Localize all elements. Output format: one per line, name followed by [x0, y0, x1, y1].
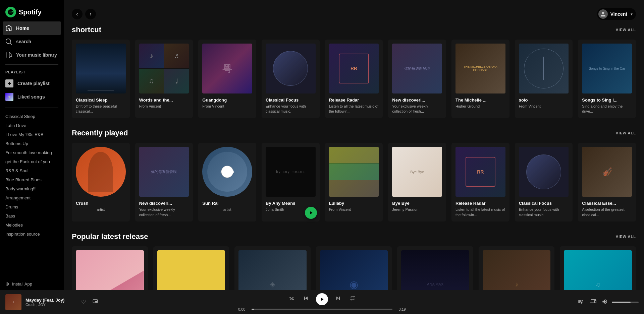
forward-button[interactable]: ›	[85, 9, 96, 19]
playlist-item[interactable]: get the Funk out of you	[3, 157, 61, 166]
playlist-item[interactable]: Blue Blurred Blues	[3, 175, 61, 184]
sidebar-item-search-label: search	[16, 39, 31, 44]
devices-button[interactable]	[589, 297, 598, 307]
card-image	[76, 250, 144, 290]
card-image	[76, 147, 126, 197]
playlist-item[interactable]: Bottoms Up	[3, 139, 61, 148]
popular-release-card[interactable]: ANA MAX	[397, 246, 473, 290]
progress-track[interactable]	[252, 309, 392, 310]
popular-release-card[interactable]: ♫	[560, 246, 636, 290]
card-image: 你的每週新發現	[392, 44, 442, 93]
search-icon	[5, 38, 12, 45]
liked-songs-button[interactable]: ♥ Liked songs	[3, 90, 61, 104]
add-icon: +	[5, 79, 13, 87]
popular-latest-header: Popular latest release VIEW ALL	[72, 232, 636, 241]
card-title: Classical Sleep	[76, 98, 126, 103]
card-image	[519, 44, 569, 93]
topbar: ‹ › Vincent ▼	[72, 7, 636, 25]
card-title: Guangdong	[202, 98, 252, 103]
heart-button[interactable]: ♡	[80, 298, 87, 307]
shortcut-card[interactable]: solo From Vincent	[515, 40, 573, 118]
main-content: ‹ › Vincent ▼ shortcut VIEW ALL Classica…	[64, 0, 644, 290]
shortcut-card[interactable]: 你的每週新發現 New discoveri... Your exclusive …	[388, 40, 446, 118]
prev-button[interactable]	[301, 294, 311, 305]
nav-buttons: ‹ ›	[72, 9, 96, 19]
recently-played-card[interactable]: Lullaby From Vincent	[325, 143, 383, 221]
popular-release-card[interactable]: ♪	[479, 246, 555, 290]
playlist-item[interactable]: Classical Sleep	[3, 112, 61, 121]
card-title: Sun Rai	[202, 201, 252, 206]
shortcut-card[interactable]: Songs to Sing in the Car Songs to Sing i…	[578, 40, 636, 118]
playlist-item[interactable]: Melodies	[3, 221, 61, 230]
play-pause-button[interactable]	[316, 293, 328, 305]
shortcut-card[interactable]: 粤 Guangdong From Vincent	[198, 40, 256, 118]
user-name: Vincent	[610, 11, 627, 17]
card-title: The Michelle ...	[455, 98, 505, 103]
playlist-item[interactable]: Arrangement	[3, 193, 61, 202]
sidebar-item-library[interactable]: Your music library	[3, 48, 61, 62]
play-button[interactable]	[305, 207, 317, 219]
shortcut-card[interactable]: Classical Focus Enhance your focus with …	[262, 40, 320, 118]
playlist-item[interactable]: For smooth love making	[3, 148, 61, 157]
popular-release-card[interactable]: ◉	[316, 246, 392, 290]
playlist-item[interactable]: R&B & Soul	[3, 166, 61, 175]
playlist-item[interactable]: Latin Drive	[3, 121, 61, 130]
card-title: Classical Focus	[519, 201, 569, 206]
sidebar-item-search[interactable]: search	[3, 35, 61, 48]
pip-button[interactable]	[91, 298, 99, 307]
card-title: Crush	[76, 201, 126, 206]
now-playing-actions: ♡	[80, 298, 99, 307]
divider-2	[5, 108, 58, 108]
shortcut-card[interactable]: ♪ ♬ ♫ ♩ Words and the... From Vincent	[135, 40, 193, 118]
recently-played-card[interactable]: Sun Rai Sun Rai artist	[198, 143, 256, 221]
heart-icon: ♥	[5, 93, 13, 101]
popular-latest-view-all[interactable]: VIEW ALL	[616, 235, 636, 239]
queue-button[interactable]	[576, 297, 585, 307]
card-image	[519, 147, 569, 197]
card-image: ♫	[564, 250, 632, 290]
card-image: Bye Bye	[392, 147, 442, 197]
shortcut-card[interactable]: RR Release Radar Listen to all the lates…	[325, 40, 383, 118]
recently-played-card[interactable]: Bye Bye Bye Bye Jeremy Passion	[388, 143, 446, 221]
next-button[interactable]	[333, 294, 343, 305]
card-image: RR	[329, 44, 379, 93]
playlist-actions: + Create playlist ♥ Liked songs	[0, 75, 64, 105]
shortcut-card[interactable]: THE MICHELLE OBAMA PODCAST The Michelle …	[451, 40, 509, 118]
playlist-item[interactable]: Body warming!!!	[3, 184, 61, 193]
recently-played-view-all[interactable]: VIEW ALL	[616, 131, 636, 135]
player-controls: 0:00 3:19	[99, 293, 545, 311]
popular-release-card[interactable]: ◈	[234, 246, 311, 290]
recently-played-card[interactable]: 🎻 Classical Esse... A selection of the g…	[578, 143, 636, 221]
progress-bar[interactable]: 0:00 3:19	[238, 307, 406, 311]
playlist-item[interactable]: Bass	[3, 211, 61, 221]
popular-release-card[interactable]	[72, 246, 148, 290]
shuffle-button[interactable]	[287, 294, 296, 304]
recently-played-card[interactable]: 你的每週新發現 New discoveri... Your exclusive …	[135, 143, 193, 221]
recently-played-card[interactable]: Classical Focus Enhance your focus with …	[515, 143, 573, 221]
recently-played-card[interactable]: Crush artist	[72, 143, 130, 221]
volume-slider[interactable]	[612, 302, 639, 303]
card-image: 你的每週新發現	[139, 147, 189, 197]
card-title: Classical Focus	[266, 98, 316, 103]
recently-played-card[interactable]: RR Release Radar Listen to all the lates…	[451, 143, 509, 221]
shortcuts-view-all[interactable]: VIEW ALL	[616, 28, 636, 32]
avatar	[598, 9, 608, 19]
sidebar-item-home[interactable]: Home	[3, 21, 61, 35]
playlist-item[interactable]: Inspiration source	[3, 230, 61, 239]
back-button[interactable]: ‹	[72, 9, 83, 19]
install-app-button[interactable]: ⊕ Install App	[0, 278, 64, 290]
card-title: New discoveri...	[139, 201, 189, 206]
user-menu[interactable]: Vincent ▼	[597, 8, 636, 20]
shortcut-card[interactable]: Classical Sleep Drift off to these peace…	[72, 40, 130, 118]
recently-played-card[interactable]: by any means By Any Means Jorja Smith	[262, 143, 320, 221]
logo[interactable]: Spotify	[0, 0, 64, 21]
playlist-item[interactable]: I Love My '90s R&B	[3, 130, 61, 139]
sidebar: Spotify Home search Your music library P…	[0, 0, 64, 290]
popular-release-card[interactable]	[153, 246, 229, 290]
playlist-header: PLAYLIST	[0, 67, 64, 75]
chevron-down-icon: ▼	[630, 12, 633, 16]
create-playlist-button[interactable]: + Create playlist	[3, 77, 61, 90]
repeat-button[interactable]	[348, 294, 357, 304]
playlist-item[interactable]: Drums	[3, 202, 61, 211]
popular-latest-title: Popular latest release	[72, 232, 148, 241]
